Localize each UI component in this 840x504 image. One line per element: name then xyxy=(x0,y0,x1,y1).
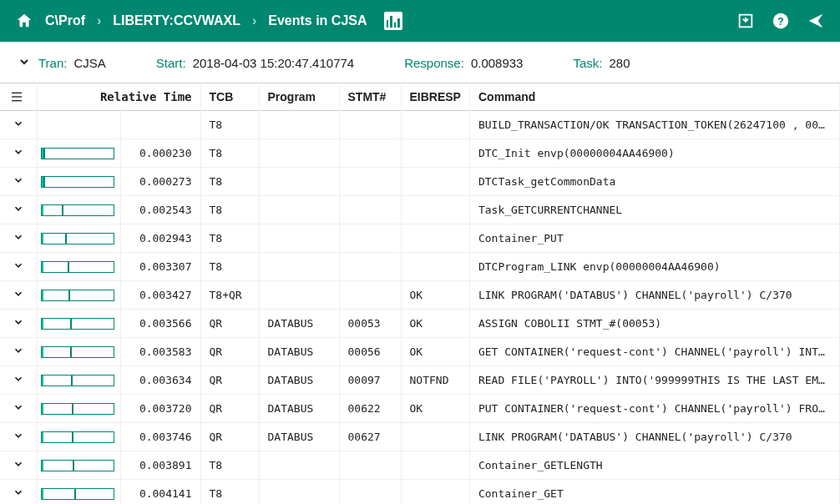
col-tcb[interactable]: TCB xyxy=(200,83,259,111)
expand-row-icon[interactable] xyxy=(13,403,24,416)
breadcrumb-region[interactable]: LIBERTY:CCVWAXL xyxy=(113,13,240,28)
expand-row-icon[interactable] xyxy=(13,488,24,501)
cell-eibresp: OK xyxy=(401,395,469,423)
expand-row-icon[interactable] xyxy=(13,204,24,217)
table-row: 0.003746 QR DATABUS 00627 LINK PROGRAM('… xyxy=(0,423,840,451)
cell-command: DTC_Init envp(00000004AA46900) xyxy=(469,139,839,168)
cell-tcb: QR xyxy=(200,310,259,338)
cell-program xyxy=(259,451,339,480)
cell-relative-time: 0.003634 xyxy=(120,366,200,395)
timing-bar xyxy=(41,431,114,443)
col-eibresp[interactable]: EIBRESP xyxy=(401,83,469,111)
cell-tcb: T8 xyxy=(200,196,259,224)
expand-row-icon[interactable] xyxy=(13,460,24,472)
cell-command: READ FILE('PAYROLL') INTO('999999THIS IS… xyxy=(469,366,839,395)
cell-eibresp: NOTFND xyxy=(401,366,469,395)
table-row: 0.002943 T8 Container_PUT xyxy=(0,224,840,253)
cell-eibresp: OK xyxy=(401,281,469,310)
cell-stmt xyxy=(339,480,401,505)
cell-program xyxy=(259,111,339,139)
cell-program xyxy=(259,168,339,196)
cell-command: DTCProgram_LINK envp(00000004AA46900) xyxy=(469,253,839,281)
cell-stmt xyxy=(339,168,401,196)
timing-bar xyxy=(41,261,114,273)
cell-program: DATABUS xyxy=(259,310,339,338)
events-table: Relative Time TCB Program STMT# EIBRESP … xyxy=(0,83,840,504)
cell-stmt: 00097 xyxy=(339,366,401,395)
col-program[interactable]: Program xyxy=(259,83,339,111)
table-row: 0.000230 T8 DTC_Init envp(00000004AA4690… xyxy=(0,139,840,168)
start-value: 2018-04-03 15:20:47.410774 xyxy=(193,56,355,70)
home-icon[interactable] xyxy=(15,12,33,30)
expand-row-icon[interactable] xyxy=(13,261,24,274)
timing-bar xyxy=(41,460,114,471)
chart-icon[interactable] xyxy=(384,12,402,30)
cell-eibresp xyxy=(401,480,469,505)
expand-row-icon[interactable] xyxy=(13,318,24,330)
task-value: 280 xyxy=(609,56,630,70)
timing-bar xyxy=(41,403,114,415)
col-relative-time[interactable]: Relative Time xyxy=(37,83,200,111)
timing-bar xyxy=(41,346,114,358)
cell-stmt xyxy=(339,451,401,480)
cell-command: Container_GET xyxy=(469,480,839,505)
cell-eibresp xyxy=(401,423,469,451)
cell-command: Task_GETCURRENTCHANNEL xyxy=(469,196,839,224)
cell-stmt xyxy=(339,281,401,310)
cell-program: DATABUS xyxy=(259,338,339,366)
import-icon[interactable] xyxy=(736,12,755,30)
expand-row-icon[interactable] xyxy=(13,346,24,359)
timing-bar xyxy=(41,204,114,216)
expand-row-icon[interactable] xyxy=(13,290,24,302)
response-label: Response: xyxy=(404,56,464,70)
cell-eibresp: OK xyxy=(401,338,469,366)
breadcrumb-sep: › xyxy=(97,13,101,28)
cell-command: BUILD_TRANSACTION/OK TRANSACTION_TOKEN(2… xyxy=(469,111,839,139)
expand-row-icon[interactable] xyxy=(13,375,24,387)
cell-tcb: T8 xyxy=(200,253,259,281)
cell-program xyxy=(259,139,339,168)
page-title: Events in CJSA xyxy=(268,13,367,28)
send-icon[interactable] xyxy=(807,12,825,30)
table-row: 0.000273 T8 DTCTask_getCommonData xyxy=(0,168,840,196)
cell-program xyxy=(259,224,339,253)
cell-relative-time: 0.003566 xyxy=(120,310,200,338)
expand-row-icon[interactable] xyxy=(13,119,24,132)
cell-command: PUT CONTAINER('request-cont') CHANNEL('p… xyxy=(469,395,839,423)
cell-relative-time xyxy=(120,111,200,139)
cell-relative-time: 0.003746 xyxy=(120,423,200,451)
breadcrumb-cprof[interactable]: C\Prof xyxy=(45,13,85,28)
cell-command: Container_PUT xyxy=(469,224,839,253)
cell-stmt: 00053 xyxy=(339,310,401,338)
table-row: 0.003427 T8+QR OK LINK PROGRAM('DATABUS'… xyxy=(0,281,840,310)
cell-command: LINK PROGRAM('DATABUS') CHANNEL('payroll… xyxy=(469,423,839,451)
expand-row-icon[interactable] xyxy=(13,233,24,245)
col-command[interactable]: Command xyxy=(469,83,839,111)
cell-relative-time: 0.003891 xyxy=(120,451,200,480)
cell-tcb: T8 xyxy=(200,451,259,480)
col-stmt[interactable]: STMT# xyxy=(339,83,401,111)
help-icon[interactable]: ? xyxy=(772,12,790,30)
cell-relative-time: 0.002943 xyxy=(120,224,200,253)
cell-stmt xyxy=(339,196,401,224)
cell-eibresp: OK xyxy=(401,310,469,338)
cell-relative-time: 0.003583 xyxy=(120,338,200,366)
timing-bar xyxy=(41,233,114,244)
table-menu-icon[interactable] xyxy=(8,90,28,103)
cell-program: DATABUS xyxy=(259,366,339,395)
cell-relative-time: 0.000273 xyxy=(120,168,200,196)
expand-row-icon[interactable] xyxy=(13,176,24,189)
cell-command: LINK PROGRAM('DATABUS') CHANNEL('payroll… xyxy=(469,281,839,310)
cell-eibresp xyxy=(401,168,469,196)
cell-stmt xyxy=(339,224,401,253)
start-label: Start: xyxy=(156,56,186,70)
breadcrumb-sep: › xyxy=(252,13,256,28)
cell-tcb: T8 xyxy=(200,168,259,196)
cell-program xyxy=(259,253,339,281)
expand-all-icon[interactable] xyxy=(17,55,32,71)
header: C\Prof › LIBERTY:CCVWAXL › Events in CJS… xyxy=(0,0,840,42)
expand-row-icon[interactable] xyxy=(13,148,24,160)
cell-tcb: T8 xyxy=(200,480,259,505)
expand-row-icon[interactable] xyxy=(13,431,24,444)
svg-text:?: ? xyxy=(777,15,784,28)
